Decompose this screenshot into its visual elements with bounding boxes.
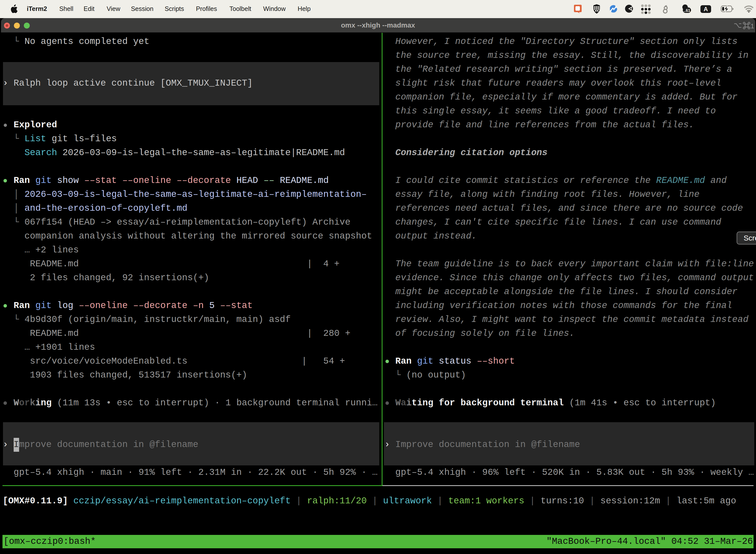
svg-text:1: 1 xyxy=(751,22,754,30)
svg-text:A: A xyxy=(704,6,708,12)
svg-text:..61: ..61 xyxy=(684,8,690,13)
